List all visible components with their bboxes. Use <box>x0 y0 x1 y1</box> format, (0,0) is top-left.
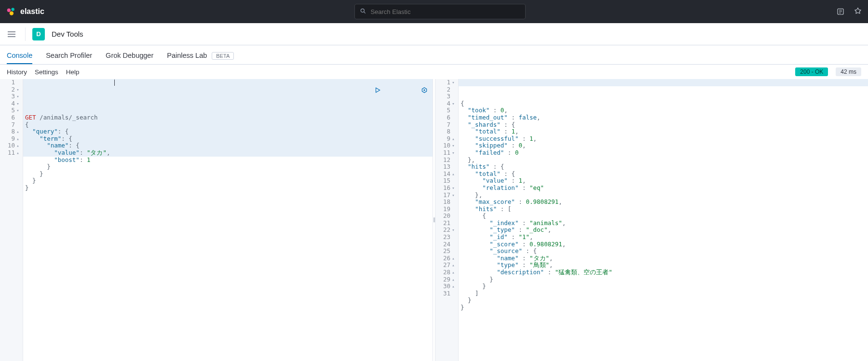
tab-painless-lab[interactable]: Painless Lab BETA <box>167 52 234 64</box>
console-toolbar: History Settings Help 200 - OK 42 ms <box>0 65 868 79</box>
nav-menu-button[interactable] <box>5 27 18 41</box>
response-status-badge: 200 - OK <box>795 67 828 76</box>
workspace: 12▾3▾4▾5▾678▴9▴10▴11▴ GET /animals/_sear… <box>0 79 868 361</box>
request-pane: 12▾3▾4▾5▾678▴9▴10▴11▴ GET /animals/_sear… <box>0 79 433 361</box>
tabs: Console Search Profiler Grok Debugger Pa… <box>0 45 868 65</box>
response-viewer[interactable]: { "took" : 0, "timed_out" : false, "_sha… <box>459 79 868 361</box>
breadcrumb-label: Dev Tools <box>52 30 83 38</box>
request-editor[interactable]: GET /animals/_search{ "query": { "term":… <box>23 79 433 361</box>
help-icon[interactable] <box>854 7 862 16</box>
request-gutter: 12▾3▾4▾5▾678▴9▴10▴11▴ <box>0 79 23 361</box>
svg-point-3 <box>361 9 365 12</box>
settings-link[interactable]: Settings <box>35 68 58 76</box>
brand-label: elastic <box>20 7 44 16</box>
svg-point-1 <box>11 8 14 11</box>
beta-badge: BETA <box>212 52 234 60</box>
newsfeed-icon[interactable] <box>836 7 845 16</box>
svg-line-4 <box>364 12 366 13</box>
help-link[interactable]: Help <box>66 68 80 76</box>
text-cursor <box>114 80 115 86</box>
app-badge[interactable]: D <box>32 28 45 40</box>
tab-label: Painless Lab <box>167 52 207 59</box>
response-highlight <box>459 79 868 86</box>
search-icon <box>360 8 366 16</box>
tab-grok-debugger[interactable]: Grok Debugger <box>106 52 153 64</box>
search-input[interactable] <box>370 8 520 15</box>
brand-logo[interactable]: elastic <box>6 6 44 17</box>
elastic-cluster-icon <box>6 6 16 17</box>
request-options-icon[interactable] <box>385 80 428 102</box>
global-search[interactable] <box>354 4 526 19</box>
tab-search-profiler[interactable]: Search Profiler <box>46 52 92 64</box>
history-link[interactable]: History <box>7 68 27 76</box>
breadcrumb-bar: D Dev Tools <box>0 23 868 45</box>
topbar: elastic <box>0 0 868 23</box>
response-time-badge: 42 ms <box>836 67 861 76</box>
svg-point-10 <box>424 89 425 90</box>
response-pane: 1▾234▾56789▴10▾11▾121314▴1516▾17▾1819202… <box>435 79 868 361</box>
run-request-icon[interactable] <box>338 80 380 102</box>
svg-point-0 <box>7 9 11 12</box>
response-gutter: 1▾234▾56789▴10▾11▾121314▴1516▾17▾1819202… <box>435 79 459 361</box>
divider <box>25 27 26 41</box>
svg-point-2 <box>10 12 14 15</box>
svg-marker-9 <box>376 88 380 92</box>
tab-console[interactable]: Console <box>7 52 32 64</box>
